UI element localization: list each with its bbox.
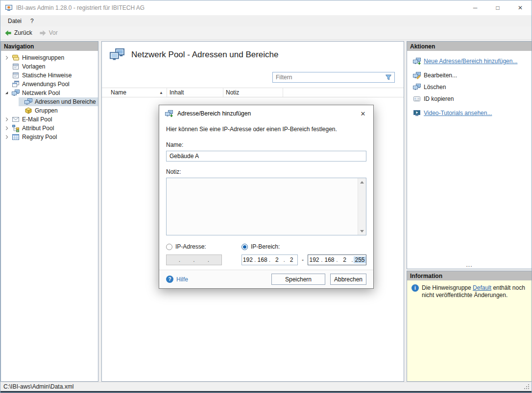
dialog-body: Hier können Sie eine IP-Adresse oder ein…: [159, 126, 373, 265]
ip-address-field[interactable]: [166, 254, 222, 265]
dialog-close-icon[interactable]: ✕: [356, 107, 370, 120]
app-window: IBI-aws Admin 1.28.0 - registriert für I…: [0, 0, 532, 393]
ip-row: 19216822 - 1921682255: [166, 254, 366, 265]
forward-arrow-icon: [39, 29, 47, 37]
menu-item-datei[interactable]: Datei: [3, 16, 26, 26]
funnel-icon[interactable]: [385, 73, 392, 81]
tree-item-registry-pool[interactable]: Registry Pool: [1, 133, 98, 141]
default-group-link[interactable]: Default: [473, 284, 491, 291]
chevron-down-icon[interactable]: [3, 90, 11, 96]
action-video-tutorials[interactable]: Video-Tutorials ansehen...: [407, 107, 532, 119]
note-textarea[interactable]: [166, 178, 366, 235]
dialog-description: Hier können Sie eine IP-Adresse oder ein…: [166, 126, 366, 133]
window-controls: ─ □ ✕: [464, 0, 532, 15]
tree-item-email-pool[interactable]: E-Mail Pool: [1, 115, 98, 124]
table-header: Name ▲ Inhalt Notiz: [102, 88, 404, 97]
window-bottom-border: [0, 391, 532, 393]
form-icon: [12, 63, 20, 70]
forward-button[interactable]: Vor: [39, 29, 58, 37]
ip-range-to-field[interactable]: 1921682255: [308, 254, 366, 265]
back-label: Zurück: [14, 29, 32, 36]
app-icon: [5, 4, 13, 12]
radio-ip-address[interactable]: [166, 244, 172, 250]
action-add-address[interactable]: Neue Adresse/Bereich hinzufügen...: [407, 55, 532, 67]
chevron-right-icon[interactable]: [3, 54, 11, 61]
resize-grip-icon[interactable]: [523, 384, 530, 390]
minimize-icon[interactable]: ─: [464, 0, 486, 15]
page-title: Netzwerk Pool - Adressen und Bereiche: [131, 50, 279, 60]
tree-item-netzwerk-pool[interactable]: Netzwerk Pool: [1, 89, 98, 97]
chevron-right-icon[interactable]: [3, 125, 11, 132]
box-icon: [24, 107, 32, 115]
dialog-buttons: Speichern Abbrechen: [271, 274, 366, 285]
ip-segment: 2: [286, 256, 297, 263]
statusbar-path: C:\IBI-aws\Admin\Data.xml: [3, 383, 73, 390]
tags-icon: [12, 54, 20, 62]
envelope-icon: [12, 116, 20, 123]
radio-row: IP-Adresse: IP-Bereich:: [166, 243, 366, 250]
tree-item-vorlagen[interactable]: Vorlagen: [1, 62, 98, 71]
close-icon[interactable]: ✕: [509, 0, 532, 15]
maximize-icon[interactable]: □: [486, 0, 509, 15]
tree-item-label: Attribut Pool: [22, 125, 54, 132]
info-icon: i: [411, 284, 419, 292]
main-header: Netzwerk Pool - Adressen und Bereiche: [102, 42, 404, 67]
actions-overflow[interactable]: ...: [407, 261, 532, 268]
add-address-dialog: Adresse/Bereich hinzufügen ✕ Hier können…: [159, 105, 374, 289]
help-link[interactable]: ? Hilfe: [166, 276, 188, 283]
column-header-name[interactable]: Name ▲: [102, 88, 167, 97]
column-header-notiz[interactable]: Notiz: [223, 88, 283, 97]
filter-input[interactable]: [273, 72, 385, 82]
dialog-footer: ? Hilfe Speichern Abbrechen: [159, 270, 373, 288]
tree-item-adressen-und-bereiche[interactable]: Adressen und Bereiche: [1, 97, 98, 106]
note-label: Notiz:: [166, 168, 366, 175]
column-header-empty: [283, 88, 404, 97]
ip-range-from-field[interactable]: 19216822: [242, 254, 298, 265]
sort-ascending-icon: ▲: [159, 91, 163, 95]
column-header-inhalt[interactable]: Inhalt: [167, 88, 223, 97]
tree-item-anwendungs-pool[interactable]: Anwendungs Pool: [1, 80, 98, 89]
scroll-down-icon[interactable]: [358, 227, 366, 235]
window-title: IBI-aws Admin 1.28.0 - registriert für I…: [16, 4, 464, 11]
chevron-right-icon[interactable]: [3, 116, 11, 123]
document-icon: [12, 71, 20, 79]
tree-item-attribut-pool[interactable]: Attribut Pool: [1, 124, 98, 133]
delete-icon: [413, 83, 421, 91]
action-edit[interactable]: Bearbeiten...: [407, 69, 532, 81]
scroll-up-icon[interactable]: [358, 178, 366, 186]
action-delete[interactable]: Löschen: [407, 81, 532, 93]
chevron-right-icon[interactable]: [3, 134, 11, 140]
radio-group-ip-address[interactable]: IP-Adresse:: [166, 243, 242, 250]
ip-segment: 168: [257, 256, 268, 263]
help-icon: ?: [166, 276, 173, 283]
save-button[interactable]: Speichern: [271, 274, 325, 285]
action-copy-id[interactable]: ID kopieren: [407, 93, 532, 105]
range-separator: -: [298, 256, 308, 263]
menu-item-help[interactable]: ?: [26, 16, 38, 26]
scrollbar[interactable]: [358, 178, 366, 235]
toolbar: Zurück Vor: [0, 26, 532, 40]
cancel-button[interactable]: Abbrechen: [330, 274, 366, 285]
tree-item-statische-hinweise[interactable]: Statische Hinweise: [1, 71, 98, 80]
ip-segment: 2: [271, 256, 283, 263]
information-header: Information: [407, 271, 532, 280]
tree-item-gruppen[interactable]: Gruppen: [1, 106, 98, 115]
dialog-titlebar: Adresse/Bereich hinzufügen ✕: [159, 105, 373, 122]
name-input[interactable]: [166, 151, 366, 162]
ip-segment: 192: [242, 256, 254, 263]
network-computers-icon: [110, 47, 124, 62]
network-add-icon: [165, 110, 173, 117]
radio-ip-range[interactable]: [242, 244, 248, 250]
radio-group-ip-range[interactable]: IP-Bereich:: [242, 243, 280, 250]
id-card-icon: [413, 95, 421, 103]
help-label: Hilfe: [176, 276, 188, 283]
back-button[interactable]: Zurück: [4, 29, 32, 37]
ip-segment: 192: [308, 256, 320, 263]
network-computers-icon: [12, 89, 20, 97]
right-column: Aktionen Neue Adresse/Bereich hinzufügen…: [407, 41, 532, 382]
filter-row: [102, 67, 404, 88]
navigation-panel: Navigation Hinweisgruppen Vorlagen Stati…: [0, 41, 98, 382]
information-panel: Information i Die Hinweisgruppe Default …: [407, 271, 532, 382]
tree-item-hinweisgruppen[interactable]: Hinweisgruppen: [1, 53, 98, 62]
tree-item-label: Registry Pool: [22, 134, 57, 140]
